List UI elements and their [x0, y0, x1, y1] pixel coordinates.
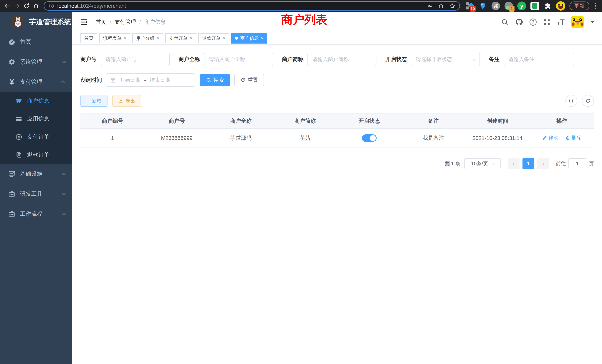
extension-badge: 1 — [509, 6, 515, 12]
sidebar-item-merchant-info[interactable]: 商户信息 — [0, 92, 72, 110]
tab-pay-order[interactable]: 支付订单× — [165, 33, 196, 43]
app-title: 芋道管理系统 — [29, 17, 71, 27]
tags-view-bar: 首页 流程表单× 用户分组× 支付订单× 退款订单× 商户信息× — [72, 32, 602, 44]
browser-home-icon[interactable] — [32, 2, 40, 10]
status-select[interactable]: 请选择开启状态 — [411, 53, 480, 66]
refresh-icon — [240, 77, 245, 83]
close-icon[interactable]: × — [261, 36, 264, 41]
col-create-time: 创建时间 — [466, 114, 530, 128]
close-icon[interactable]: × — [124, 36, 126, 41]
breadcrumb-current: 商户信息 — [144, 18, 166, 26]
sidebar-item-label: 首页 — [20, 38, 31, 46]
tab-user-group[interactable]: 用户分组× — [132, 33, 163, 43]
merchant-no-input[interactable] — [101, 53, 170, 66]
extension-sidekick-icon[interactable]: 10 — [465, 1, 475, 11]
extension-y-icon[interactable]: y — [517, 1, 527, 11]
sidebar-item-payment[interactable]: ¥ 支付管理 — [0, 72, 72, 92]
share-icon[interactable] — [438, 3, 444, 9]
sidebar-item-dev-tools[interactable]: 研发工具 — [0, 184, 72, 204]
breadcrumb-separator: / — [110, 19, 111, 25]
extension-notes-icon[interactable] — [530, 1, 540, 11]
page-info-icon[interactable] — [48, 3, 54, 9]
download-icon — [118, 98, 123, 103]
collapse-sidebar-icon[interactable] — [80, 18, 89, 26]
store-icon — [14, 97, 23, 105]
bookmark-star-icon[interactable] — [449, 3, 455, 9]
trash-icon — [565, 136, 570, 140]
tab-home[interactable]: 首页 — [80, 33, 97, 43]
refresh-table-button[interactable] — [582, 95, 594, 107]
reset-button[interactable]: 重置 — [234, 74, 264, 86]
close-icon[interactable]: × — [223, 36, 225, 41]
jump-page-input[interactable] — [569, 158, 586, 169]
sidebar-item-infrastructure[interactable]: 基础设施 — [0, 164, 72, 184]
url-path: :1024/pay/merchant — [78, 3, 126, 9]
prev-page-button[interactable]: ‹ — [508, 158, 519, 169]
fullscreen-icon[interactable] — [543, 18, 551, 26]
page-size-select[interactable]: 10条/页 — [464, 158, 501, 169]
browser-profile-avatar[interactable] — [556, 1, 566, 11]
browser-extensions: 10 ⌘ 1 y — [465, 1, 566, 11]
sidebar-item-home[interactable]: 首页 — [0, 32, 72, 52]
tab-refund-order[interactable]: 退款订单× — [198, 33, 229, 43]
pagination: 共 1 条 10条/页 ‹ 1 › 前往 页 — [80, 158, 594, 169]
sidebar-item-label: 研发工具 — [20, 190, 42, 198]
extension-status-icon[interactable]: 1 — [504, 1, 514, 11]
sidebar-item-workflow[interactable]: 工作流程 — [0, 204, 72, 224]
remark-input[interactable] — [504, 53, 574, 66]
current-page-button[interactable]: 1 — [523, 158, 534, 169]
tab-merchant-info-active[interactable]: 商户信息× — [231, 33, 267, 43]
sidebar-item-label: 支付管理 — [20, 78, 42, 86]
edit-link[interactable]: 修改 — [542, 135, 558, 141]
edit-pencil-icon — [542, 136, 547, 140]
dashboard-icon — [7, 38, 16, 46]
font-size-icon[interactable]: TT — [557, 18, 565, 26]
breadcrumb-payment[interactable]: 支付管理 — [115, 18, 136, 26]
sidebar-item-label: 基础设施 — [20, 170, 42, 178]
chevron-down-icon — [62, 171, 66, 175]
add-button[interactable]: + 新增 — [80, 95, 108, 107]
export-button[interactable]: 导出 — [112, 95, 141, 107]
close-icon[interactable]: × — [190, 36, 192, 41]
navbar-actions: ? TT — [501, 16, 595, 28]
tab-process-form[interactable]: 流程表单× — [99, 33, 130, 43]
filter-row-2: 创建时间 开始日期 - 结束日期 搜索 — [80, 73, 594, 87]
sidebar-item-app-info[interactable]: 应用信息 — [0, 110, 72, 128]
extension-command-icon[interactable]: ⌘ — [491, 1, 501, 11]
toggle-search-button[interactable] — [565, 95, 577, 107]
browser-reload-icon[interactable] — [22, 2, 31, 10]
jump-prefix: 前往 — [556, 160, 566, 167]
browser-back-icon[interactable] — [3, 2, 11, 10]
search-button[interactable]: 搜索 — [200, 74, 230, 86]
status-toggle-on[interactable] — [362, 134, 377, 142]
search-icon[interactable] — [501, 18, 508, 26]
sidebar-logo[interactable]: 芋道管理系统 — [0, 12, 72, 32]
full-name-label: 商户全称 — [179, 56, 200, 63]
browser-forward-icon[interactable] — [13, 2, 21, 10]
breadcrumb-home[interactable]: 首页 — [96, 18, 106, 26]
sidebar-item-refund-order[interactable]: 退款订单 — [0, 146, 72, 164]
sidebar-item-system[interactable]: 系统管理 — [0, 52, 72, 72]
close-icon[interactable]: × — [157, 36, 159, 41]
delete-link[interactable]: 删除 — [565, 135, 581, 141]
browser-menu-icon[interactable] — [595, 5, 596, 7]
browser-update-button[interactable]: 更新 — [569, 1, 589, 10]
password-key-icon[interactable] — [427, 3, 433, 9]
user-avatar[interactable] — [571, 16, 584, 28]
plus-icon: + — [86, 98, 90, 104]
full-name-input[interactable] — [204, 53, 273, 66]
avatar-caret-icon[interactable] — [591, 21, 595, 25]
short-name-input[interactable] — [308, 53, 376, 66]
sidebar-item-pay-order[interactable]: 支付订单 — [0, 128, 72, 146]
url-text[interactable]: localhost:1024/pay/merchant — [57, 3, 126, 9]
address-bar[interactable]: localhost:1024/pay/merchant — [44, 1, 460, 11]
extensions-puzzle-icon[interactable] — [543, 1, 553, 11]
github-icon[interactable] — [515, 18, 523, 26]
next-page-button[interactable]: › — [537, 158, 549, 169]
extension-pin-icon[interactable] — [478, 1, 488, 11]
browser-toolbar: localhost:1024/pay/merchant 10 — [0, 0, 602, 12]
app-navbar: 首页 / 支付管理 / 商户信息 ? — [72, 12, 602, 32]
create-time-range-picker[interactable]: 开始日期 - 结束日期 — [106, 73, 195, 87]
col-status: 开启状态 — [337, 114, 401, 128]
help-icon[interactable]: ? — [529, 19, 537, 26]
